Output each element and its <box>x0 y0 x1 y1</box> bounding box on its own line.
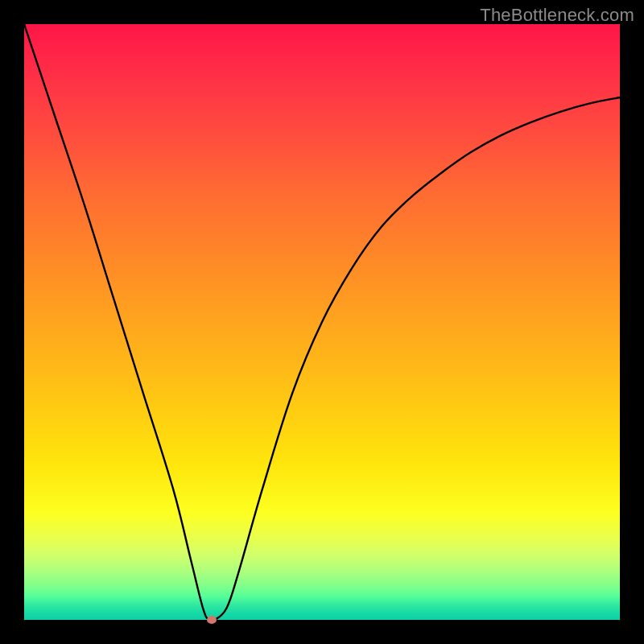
curve-svg <box>24 24 620 620</box>
plot-area <box>24 24 620 620</box>
min-marker <box>207 616 217 624</box>
chart-frame: TheBottleneck.com <box>0 0 644 644</box>
watermark-text: TheBottleneck.com <box>480 5 634 26</box>
bottleneck-curve <box>24 24 620 621</box>
